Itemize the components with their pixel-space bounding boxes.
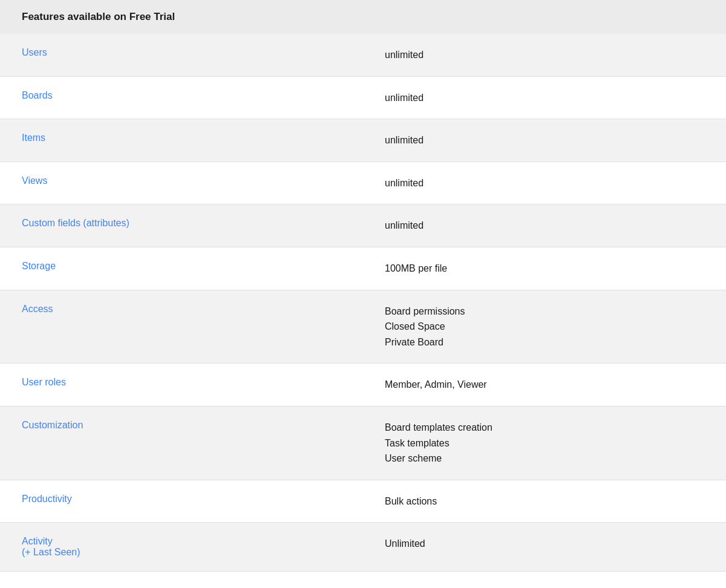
feature-value-views: unlimited — [363, 162, 726, 204]
feature-row-access: AccessBoard permissionsClosed SpacePriva… — [0, 290, 726, 364]
feature-row-activity: Activity(+ Last Seen)Unlimited — [0, 523, 726, 572]
table-header-title: Features available on Free Trial — [0, 0, 726, 34]
feature-row-items: Itemsunlimited — [0, 119, 726, 162]
features-table-container: Features available on Free TrialUsersunl… — [0, 0, 726, 588]
value-line: Member, Admin, Viewer — [385, 377, 704, 393]
header-row: Features available on Free Trial — [0, 0, 726, 34]
feature-name-users[interactable]: Users — [0, 34, 363, 76]
value-line: unlimited — [385, 132, 704, 148]
feature-value-activity: Unlimited — [363, 523, 726, 572]
feature-value-customization: Board templates creationTask templatesUs… — [363, 406, 726, 480]
feature-value-productivity: Bulk actions — [363, 480, 726, 523]
feature-name-custom-fields[interactable]: Custom fields (attributes) — [0, 204, 363, 247]
feature-row-customization: CustomizationBoard templates creationTas… — [0, 406, 726, 480]
feature-row-user-roles: User rolesMember, Admin, Viewer — [0, 364, 726, 407]
value-line: Unlimited — [385, 536, 704, 552]
feature-row-users: Usersunlimited — [0, 34, 726, 76]
feature-value-items: unlimited — [363, 119, 726, 162]
feature-value-storage: 100MB per file — [363, 247, 726, 290]
value-line: Board templates creation — [385, 420, 704, 436]
value-line: unlimited — [385, 218, 704, 234]
feature-value-users: unlimited — [363, 34, 726, 76]
value-line: unlimited — [385, 175, 704, 191]
value-line: unlimited — [385, 47, 704, 63]
feature-name-productivity[interactable]: Productivity — [0, 480, 363, 523]
feature-name-storage[interactable]: Storage — [0, 247, 363, 290]
feature-value-boards: unlimited — [363, 76, 726, 119]
features-table: Features available on Free TrialUsersunl… — [0, 0, 726, 572]
value-line: unlimited — [385, 90, 704, 106]
feature-row-views: Viewsunlimited — [0, 162, 726, 204]
value-line: Task templates — [385, 436, 704, 451]
feature-name-access[interactable]: Access — [0, 290, 363, 364]
feature-name-activity[interactable]: Activity(+ Last Seen) — [0, 523, 363, 572]
value-line: Bulk actions — [385, 494, 704, 509]
feature-value-access: Board permissionsClosed SpacePrivate Boa… — [363, 290, 726, 364]
value-line: User scheme — [385, 451, 704, 466]
feature-row-storage: Storage100MB per file — [0, 247, 726, 290]
value-line: Board permissions — [385, 304, 704, 319]
feature-row-boards: Boardsunlimited — [0, 76, 726, 119]
value-line: Closed Space — [385, 319, 704, 335]
value-line: 100MB per file — [385, 261, 704, 276]
feature-name-customization[interactable]: Customization — [0, 406, 363, 480]
feature-name-views[interactable]: Views — [0, 162, 363, 204]
feature-value-user-roles: Member, Admin, Viewer — [363, 364, 726, 407]
feature-name-boards[interactable]: Boards — [0, 76, 363, 119]
value-line: Private Board — [385, 335, 704, 350]
feature-name-user-roles[interactable]: User roles — [0, 364, 363, 407]
feature-name-items[interactable]: Items — [0, 119, 363, 162]
feature-row-productivity: ProductivityBulk actions — [0, 480, 726, 523]
feature-value-custom-fields: unlimited — [363, 204, 726, 247]
feature-row-custom-fields: Custom fields (attributes)unlimited — [0, 204, 726, 247]
